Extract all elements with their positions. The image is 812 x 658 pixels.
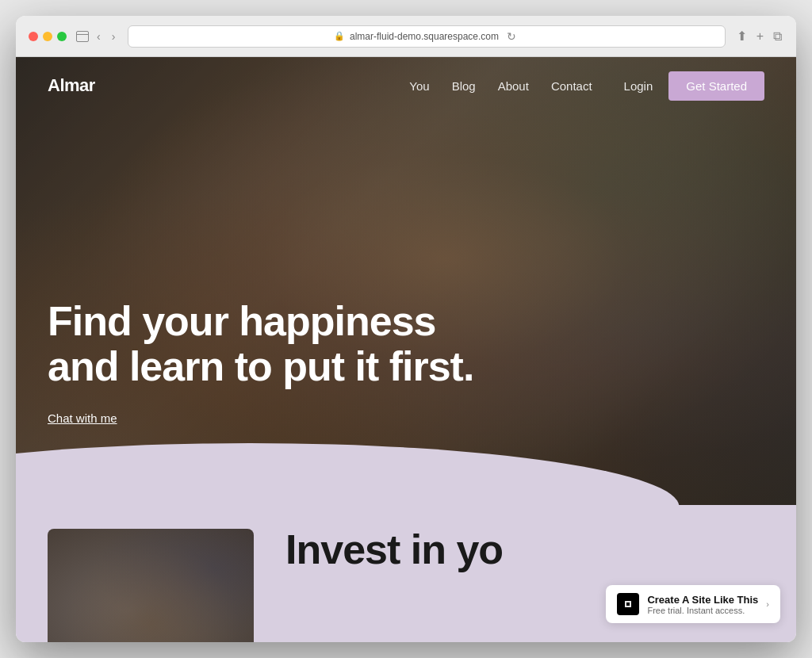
chat-with-me-link[interactable]: Chat with me (48, 411, 117, 425)
nav-link-blog[interactable]: Blog (452, 79, 476, 93)
browser-action-buttons: ⬆ + ⧉ (735, 27, 783, 45)
windows-button[interactable]: ⧉ (772, 28, 783, 45)
hero-section: Almar You Blog About Contact Login Get S… (16, 57, 796, 505)
badge-title: Create A Site Like This (647, 594, 758, 606)
browser-window: ‹ › 🔒 almar-fluid-demo.squarespace.com ↻… (16, 16, 796, 642)
maximize-button[interactable] (57, 32, 67, 41)
hero-overlay (16, 57, 796, 505)
badge-subtitle: Free trial. Instant access. (647, 606, 758, 615)
bottom-text: Invest in yo (285, 529, 503, 578)
nav-links: You Blog About Contact (409, 79, 592, 93)
invest-heading: Invest in yo (285, 529, 503, 570)
chevron-right-icon: › (766, 599, 769, 609)
squarespace-badge-text: Create A Site Like This Free trial. Inst… (647, 594, 758, 615)
url-text: almar-fluid-demo.squarespace.com (350, 31, 499, 42)
new-tab-button[interactable]: + (755, 28, 765, 45)
bottom-section: Invest in yo Create A Site Like This Fre… (16, 505, 796, 642)
forward-button[interactable]: › (109, 29, 119, 44)
traffic-lights (29, 32, 67, 41)
headline-line2: and learn to put it first. (48, 343, 473, 389)
hero-headline: Find your happiness and learn to put it … (48, 299, 484, 389)
share-button[interactable]: ⬆ (735, 27, 749, 45)
get-started-button[interactable]: Get Started (668, 71, 764, 101)
refresh-button[interactable]: ↻ (504, 29, 519, 44)
navbar: Almar You Blog About Contact Login Get S… (16, 57, 796, 114)
browser-nav-controls: ‹ › (76, 29, 118, 44)
back-button[interactable]: ‹ (94, 29, 104, 44)
lock-icon: 🔒 (334, 31, 345, 41)
minimize-button[interactable] (43, 32, 52, 41)
squarespace-badge[interactable]: Create A Site Like This Free trial. Inst… (606, 585, 780, 623)
browser-chrome: ‹ › 🔒 almar-fluid-demo.squarespace.com ↻… (16, 16, 796, 57)
nav-link-you[interactable]: You (409, 79, 429, 93)
site-content: Almar You Blog About Contact Login Get S… (16, 57, 796, 642)
nav-link-about[interactable]: About (498, 79, 529, 93)
nav-login[interactable]: Login (624, 79, 653, 93)
window-icon (76, 31, 89, 42)
address-bar[interactable]: 🔒 almar-fluid-demo.squarespace.com ↻ (128, 25, 725, 48)
site-logo: Almar (48, 75, 95, 96)
headline-line1: Find your happiness (48, 298, 436, 344)
squarespace-logo (617, 593, 639, 615)
hero-content: Find your happiness and learn to put it … (48, 299, 484, 426)
close-button[interactable] (29, 32, 38, 41)
bottom-image-card (48, 529, 254, 642)
nav-link-contact[interactable]: Contact (551, 79, 592, 93)
